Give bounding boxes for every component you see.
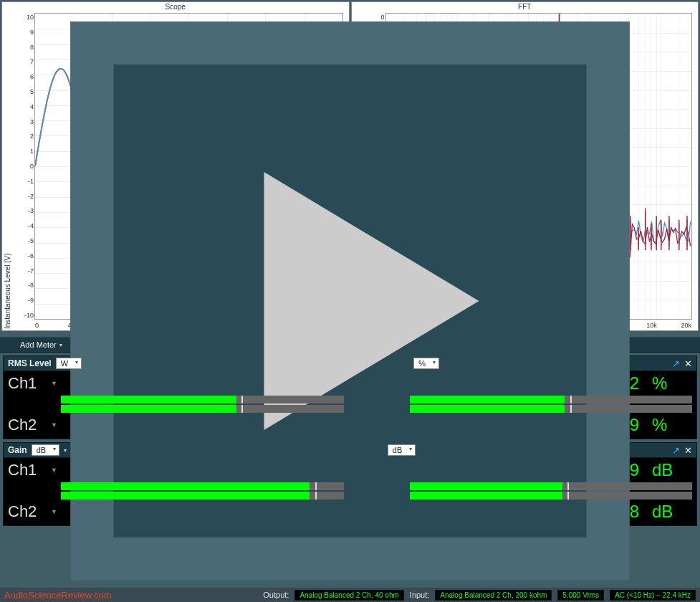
meter-toolbar: Add Meter ▾ Save Meter Data Regulate xyxy=(0,337,700,353)
input-value[interactable]: Analog Balanced 2 Ch, 200 kohm xyxy=(435,590,552,601)
meter-unit-select[interactable]: dB xyxy=(32,444,59,456)
ref-value[interactable]: 5.000 Vrms xyxy=(557,590,604,601)
input-label: Input: xyxy=(410,591,430,599)
regulate-button[interactable]: Regulate xyxy=(150,338,203,351)
status-bar: AudioScienceReview.com Output: Analog Ba… xyxy=(0,588,700,602)
meter-bar xyxy=(61,492,344,500)
meter-unit-select[interactable]: % xyxy=(413,358,439,369)
meter-bar xyxy=(410,482,693,490)
output-value[interactable]: Analog Balanced 2 Ch, 40 ohm xyxy=(294,590,403,601)
meter-bar xyxy=(61,482,344,490)
meter-bar xyxy=(410,405,693,413)
meter-bar xyxy=(61,405,344,413)
meter-unit-select[interactable]: W xyxy=(56,358,82,369)
filter-value[interactable]: AC (<10 Hz) – 22.4 kHz xyxy=(610,590,696,601)
watermark: AudioScienceReview.com xyxy=(4,590,112,601)
play-icon xyxy=(154,340,164,350)
meter-bar xyxy=(410,492,693,500)
meter-bar xyxy=(410,396,693,403)
output-label: Output: xyxy=(263,591,289,599)
meter-unit-select[interactable]: dB xyxy=(388,444,416,456)
meter-bar xyxy=(61,396,344,403)
